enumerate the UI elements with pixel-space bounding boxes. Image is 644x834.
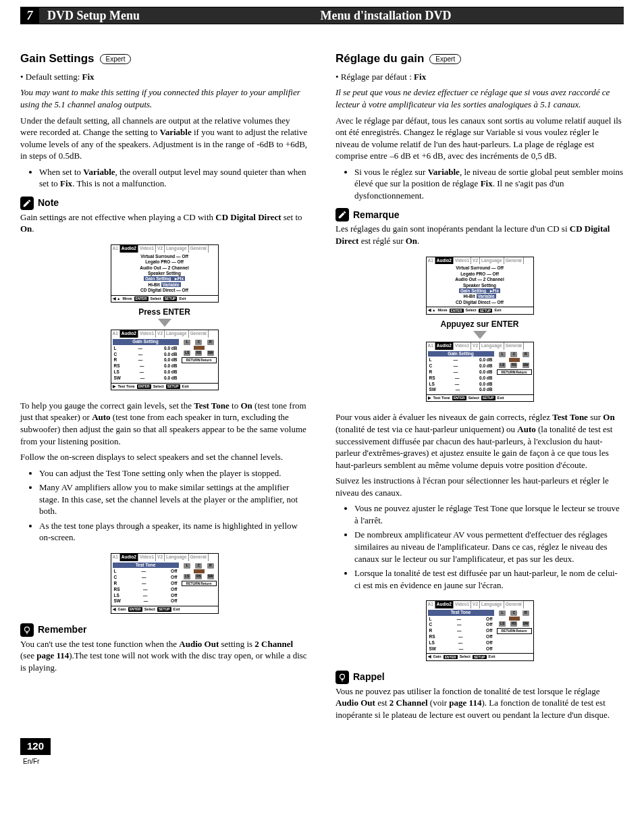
para-follow: Follow the on-screen displays to select … (20, 451, 308, 463)
remember-body: Vous ne pouvez pas utiliser la fonction … (336, 685, 624, 721)
svg-point-0 (25, 627, 30, 631)
osd-screenshot-testtone-fr: A1Audio2Video1V2LanguageGeneral Test Ton… (336, 600, 624, 661)
section-heading-en: Gain Settings Expert (20, 51, 308, 67)
list-item: As the test tone plays through a speaker… (39, 520, 308, 544)
osd-footer: ◀ ▲ Move ENTER Select SETUP Exit (111, 295, 218, 302)
pencil-icon (20, 197, 34, 210)
note-heading: Remarque (336, 208, 624, 221)
remember-body: You can't use the test tone function whe… (20, 638, 308, 674)
para-follow: Suivez les instructions à l'écran pour s… (336, 475, 624, 498)
bullet-list-2: You can adjust the Test Tone setting onl… (39, 467, 308, 544)
speaker-layout-icon: LCR LSRSSW RETURNReturn (182, 339, 217, 381)
bullet-list-1: Si vous le réglez sur Variable, le nivea… (354, 166, 624, 202)
intro-italic: You may want to make this setting if you… (20, 86, 308, 110)
default-setting-line: • Réglage par défaut : Fix (336, 71, 624, 83)
list-item: Lorsque la tonalité de test est diffusée… (354, 567, 624, 591)
page-header: 7 DVD Setup Menu Menu d'installation DVD (20, 7, 624, 24)
page-langs: En/Fr (23, 758, 39, 765)
para-testtone: To help you gauge the correct gain level… (20, 400, 308, 447)
chapter-number: 7 (20, 7, 39, 24)
section-heading-fr: Réglage du gain Expert (336, 51, 624, 67)
press-enter-label: Appuyez sur ENTER (440, 319, 518, 330)
note-heading: Note (20, 197, 308, 210)
header-title-fr: Menu d'installation DVD (148, 7, 624, 24)
bullet-list-1: When set to Variable, the overall output… (39, 166, 308, 190)
list-item: When set to Variable, the overall output… (39, 166, 308, 190)
lightbulb-icon (20, 623, 34, 637)
para-description: Under the default setting, all channels … (20, 115, 308, 162)
osd-tabs: A1Audio2Video1V2LanguageGeneral (111, 245, 218, 253)
list-item: You can adjust the Test Tone setting onl… (39, 467, 308, 479)
press-enter-label: Press ENTER (138, 307, 190, 317)
note-body: Gain settings are not effective when pla… (20, 211, 308, 235)
arrow-down-icon (473, 331, 487, 339)
para-description: Avec le réglage par défaut, tous les can… (336, 115, 624, 162)
osd-screenshot-1-fr: A1Audio2Video1V2LanguageGeneral Virtual … (336, 257, 624, 402)
list-item: De nombreux amplificateur AV vous permet… (354, 529, 624, 565)
osd-screenshot-1: A1Audio2Video1V2LanguageGeneral Virtual … (20, 244, 308, 390)
pencil-icon (336, 208, 349, 221)
header-title-en: DVD Setup Menu (39, 7, 148, 24)
list-item: Si vous le réglez sur Variable, le nivea… (354, 166, 624, 202)
svg-point-1 (340, 674, 345, 679)
intro-italic: Il se peut que vous ne deviez effectuer … (336, 86, 624, 110)
remember-heading: Rappel (336, 671, 624, 684)
expert-badge: Expert (429, 54, 461, 65)
default-setting-line: • Default setting: Fix (20, 71, 308, 83)
arrow-down-icon (158, 319, 171, 327)
column-english: Gain Settings Expert • Default setting: … (20, 51, 308, 725)
note-body: Les réglages du gain sont inopérants pen… (336, 223, 624, 246)
expert-badge: Expert (100, 54, 132, 65)
column-french: Réglage du gain Expert • Réglage par déf… (336, 51, 624, 725)
lightbulb-icon (336, 671, 349, 684)
list-item: Many AV amplifiers allow you to make sim… (39, 481, 308, 517)
osd-screenshot-testtone: A1Audio2Video1V2LanguageGeneral Test Ton… (20, 553, 308, 614)
heading-text: Gain Settings (20, 51, 95, 67)
page-footer: 120 En/Fr (20, 725, 624, 766)
page-number: 120 (20, 738, 51, 754)
remember-heading: Remember (20, 623, 308, 637)
para-testtone: Pour vous aider à évaluer les niveaux de… (336, 411, 624, 471)
list-item: Vous ne pouvez ajuster le réglage Test T… (354, 502, 624, 526)
bullet-list-2: Vous ne pouvez ajuster le réglage Test T… (354, 502, 624, 591)
